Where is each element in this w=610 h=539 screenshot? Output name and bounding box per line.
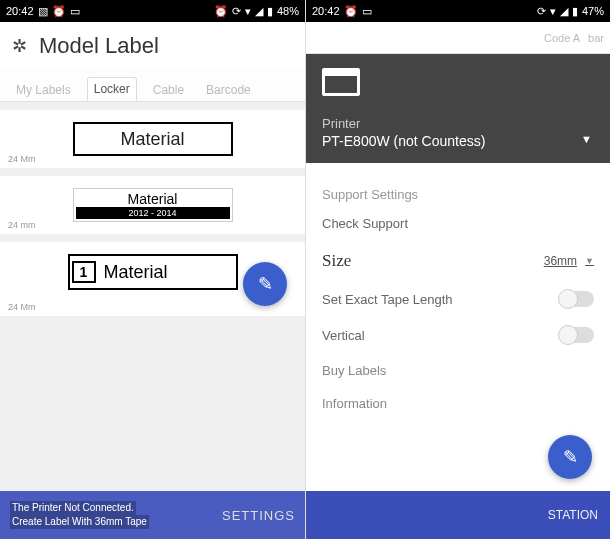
footer-message: The Printer Not Connected. Create Label … xyxy=(10,501,222,529)
station-button[interactable]: STATION xyxy=(548,508,598,522)
tab-barcode[interactable]: Barcode xyxy=(200,79,257,101)
label-list[interactable]: Material 24 Mm Material 2012 - 2014 24 m… xyxy=(0,102,305,491)
wifi-icon: ▾ xyxy=(245,5,251,18)
tab-bar[interactable]: bar xyxy=(588,32,604,44)
alarm-icon: ⏰ xyxy=(344,5,358,18)
vertical-label: Vertical xyxy=(322,328,365,343)
section-support-settings: Support Settings xyxy=(322,187,594,202)
status-time: 20:42 xyxy=(312,5,340,17)
footer-bar: STATION xyxy=(306,491,610,539)
edit-icon: ✎ xyxy=(563,446,578,468)
screen-right: 20:42 ⏰ ▭ ⟳ ▾ ◢ ▮ 47% Code A bar Printer… xyxy=(305,0,610,539)
signal-icon: ◢ xyxy=(560,5,568,18)
size-dropdown[interactable]: 36mm ▼ xyxy=(544,254,594,268)
tab-my-labels[interactable]: My Labels xyxy=(10,79,77,101)
label-size: 24 mm xyxy=(8,220,36,230)
size-label: Size xyxy=(322,251,351,271)
picture-icon: ▧ xyxy=(38,5,48,18)
label-preview: Material xyxy=(73,122,233,156)
sync-icon: ⟳ xyxy=(232,5,241,18)
edit-icon: ✎ xyxy=(258,273,273,295)
printer-name: PT-E800W (not Countess) xyxy=(322,133,594,149)
battery-pct: 47% xyxy=(582,5,604,17)
battery-icon: ▮ xyxy=(572,5,578,18)
edit-fab[interactable]: ✎ xyxy=(243,262,287,306)
check-support[interactable]: Check Support xyxy=(322,216,408,231)
label-preview: Material 2012 - 2014 xyxy=(73,188,233,222)
settings-button[interactable]: SETTINGS xyxy=(222,508,295,523)
chevron-down-icon: ▼ xyxy=(581,133,592,145)
printer-panel-header[interactable]: Printer PT-E800W (not Countess) ▼ xyxy=(306,54,610,163)
wifi-icon: ▾ xyxy=(550,5,556,18)
label-template-1[interactable]: Material 24 Mm xyxy=(0,110,305,168)
tabs-peek: Code A bar xyxy=(306,22,610,54)
app-title: Model Label xyxy=(39,33,159,59)
status-bar: 20:42 ▧ ⏰ ▭ ⏰ ⟳ ▾ ◢ ▮ 48% xyxy=(0,0,305,22)
tab-bar: My Labels Locker Cable Barcode xyxy=(0,70,305,102)
vertical-toggle[interactable] xyxy=(560,327,594,343)
printer-label: Printer xyxy=(322,116,594,131)
label-template-2[interactable]: Material 2012 - 2014 24 mm xyxy=(0,176,305,234)
gear-icon[interactable]: ✲ xyxy=(12,35,27,57)
battery-icon: ▮ xyxy=(267,5,273,18)
status-time: 20:42 xyxy=(6,5,34,17)
buy-labels-link[interactable]: Buy Labels xyxy=(322,363,594,378)
tab-cable[interactable]: Cable xyxy=(147,79,190,101)
tab-code[interactable]: Code A xyxy=(544,32,580,44)
information-link[interactable]: Information xyxy=(322,396,594,411)
app-header: ✲ Model Label xyxy=(0,22,305,70)
chevron-down-icon: ▼ xyxy=(585,256,594,266)
screen-left: 20:42 ▧ ⏰ ▭ ⏰ ⟳ ▾ ◢ ▮ 48% ✲ Model Label … xyxy=(0,0,305,539)
label-size: 24 Mm xyxy=(8,302,36,312)
alarm-icon: ⏰ xyxy=(52,5,66,18)
label-size: 24 Mm xyxy=(8,154,36,164)
chat-icon: ▭ xyxy=(70,5,80,18)
exact-tape-label: Set Exact Tape Length xyxy=(322,292,453,307)
status-bar: 20:42 ⏰ ▭ ⟳ ▾ ◢ ▮ 47% xyxy=(306,0,610,22)
tab-locker[interactable]: Locker xyxy=(87,77,137,101)
edit-fab[interactable]: ✎ xyxy=(548,435,592,479)
exact-tape-toggle[interactable] xyxy=(560,291,594,307)
label-preview: 1 Material xyxy=(68,254,238,290)
signal-icon: ◢ xyxy=(255,5,263,18)
label-template-3[interactable]: 1 Material 24 Mm ✎ xyxy=(0,242,305,316)
battery-pct: 48% xyxy=(277,5,299,17)
footer-bar: The Printer Not Connected. Create Label … xyxy=(0,491,305,539)
sync-icon: ⟳ xyxy=(537,5,546,18)
chat-icon: ▭ xyxy=(362,5,372,18)
printer-icon xyxy=(322,68,360,96)
alarm-icon: ⏰ xyxy=(214,5,228,18)
